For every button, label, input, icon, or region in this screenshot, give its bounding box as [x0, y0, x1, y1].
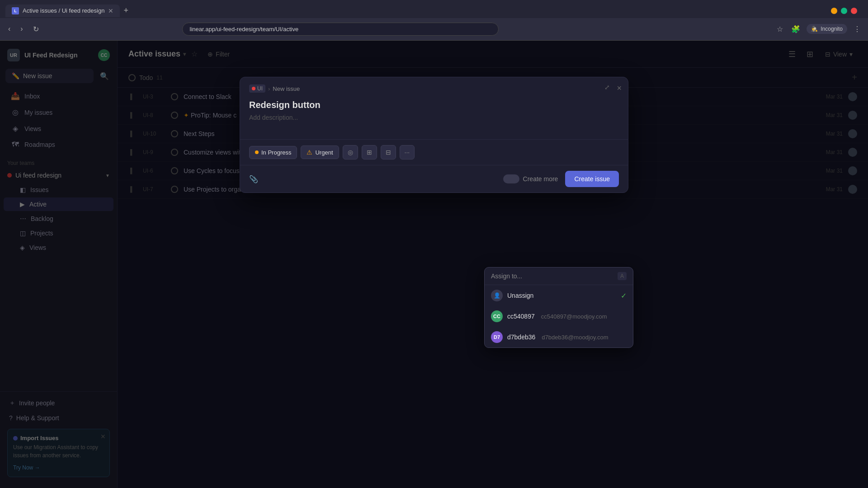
- tab-title: Active issues / Ui feed redesign: [23, 7, 104, 14]
- dropdown-unassign-item[interactable]: 👤 Unassign ✓: [485, 285, 633, 306]
- bookmark-button[interactable]: ☆: [775, 23, 785, 35]
- breadcrumb-separator: ›: [268, 85, 270, 92]
- assign-dropdown: Assign to... A 👤 Unassign ✓ CC cc540897 …: [484, 267, 633, 348]
- status-label: In Progress: [261, 149, 291, 156]
- user-email-cc: cc540897@moodjoy.com: [541, 313, 607, 320]
- dropdown-user-item-d7[interactable]: D7 d7bdeb36 d7bdeb36@moodjoy.com: [485, 327, 633, 347]
- username-cc: cc540897: [507, 313, 535, 320]
- user-avatar-d7: D7: [491, 331, 503, 343]
- tab-close-btn[interactable]: ✕: [108, 7, 113, 14]
- modal-team-dot-icon: [252, 87, 255, 90]
- create-more-label: Create more: [523, 175, 558, 183]
- cycle-button[interactable]: ◎: [343, 145, 358, 160]
- new-issue-modal: UI › New issue ⤢ × Redesign button Add d…: [240, 77, 628, 193]
- create-issue-button[interactable]: Create issue: [565, 171, 619, 187]
- user-initials: D7: [494, 334, 500, 340]
- modal-expand-button[interactable]: ⤢: [604, 84, 610, 91]
- status-badge[interactable]: In Progress: [249, 146, 297, 159]
- attach-button[interactable]: 📎: [249, 175, 258, 183]
- modal-close-button[interactable]: ×: [617, 84, 622, 93]
- modal-breadcrumb: UI › New issue: [249, 84, 300, 93]
- modal-footer: 📎 Create more Create issue: [240, 165, 628, 192]
- tab-favicon: L: [12, 7, 19, 14]
- modal-header: UI › New issue ⤢ ×: [240, 77, 628, 96]
- more-options-button[interactable]: ···: [400, 145, 415, 160]
- unassign-icon: 👤: [491, 290, 503, 301]
- modal-overlay: UI › New issue ⤢ × Redesign button Add d…: [0, 41, 868, 488]
- url-text: linear.app/ui-feed-redesign/team/UI/acti…: [190, 26, 491, 33]
- label-button[interactable]: ⊞: [362, 145, 377, 160]
- incognito-label: Incognito: [821, 26, 843, 32]
- browser-tabs: L Active issues / Ui feed redesign ✕ +: [0, 0, 868, 18]
- modal-description-field[interactable]: Add description...: [240, 112, 628, 139]
- dropdown-search-label: Assign to...: [491, 272, 522, 280]
- browser-actions: ☆ 🧩 🕵 Incognito ⋮: [775, 23, 863, 35]
- incognito-badge: 🕵 Incognito: [807, 24, 847, 34]
- modal-breadcrumb-page: New issue: [273, 85, 300, 92]
- modal-team-badge: UI: [249, 84, 265, 93]
- unassign-check-icon: ✓: [621, 291, 627, 300]
- forward-button[interactable]: ›: [18, 23, 25, 35]
- address-bar[interactable]: linear.app/ui-feed-redesign/team/UI/acti…: [182, 23, 499, 36]
- browser-toolbar: ‹ › ↻ linear.app/ui-feed-redesign/team/U…: [0, 18, 868, 40]
- priority-label: Urgent: [315, 149, 333, 156]
- reload-button[interactable]: ↻: [30, 23, 42, 35]
- back-button[interactable]: ‹: [5, 23, 13, 35]
- priority-icon: ⚠: [307, 149, 312, 156]
- create-more-switch[interactable]: [503, 174, 519, 183]
- window-close-btn[interactable]: [851, 8, 857, 14]
- create-more-toggle: Create more: [503, 174, 558, 183]
- user-initials: CC: [493, 314, 500, 319]
- browser-chrome: L Active issues / Ui feed redesign ✕ + ‹…: [0, 0, 868, 41]
- username-d7: d7bdeb36: [507, 333, 535, 341]
- user-avatar-cc: CC: [491, 310, 503, 322]
- size-button[interactable]: ⊟: [381, 145, 396, 160]
- menu-button[interactable]: ⋮: [852, 23, 863, 35]
- extensions-button[interactable]: 🧩: [789, 23, 802, 35]
- new-tab-button[interactable]: +: [120, 4, 132, 17]
- modal-team-label: UI: [257, 85, 263, 92]
- priority-badge[interactable]: ⚠ Urgent: [301, 145, 339, 159]
- window-maximize-btn[interactable]: [841, 8, 847, 14]
- window-controls: [831, 8, 863, 14]
- incognito-icon: 🕵: [811, 26, 818, 32]
- user-email-d7: d7bdeb36@moodjoy.com: [542, 334, 608, 341]
- unassign-label: Unassign: [507, 292, 533, 299]
- window-minimize-btn[interactable]: [831, 8, 837, 14]
- dropdown-shortcut-key: A: [618, 272, 627, 280]
- status-dot-icon: [255, 150, 259, 154]
- modal-actions-bar: In Progress ⚠ Urgent ◎ ⊞ ⊟ ···: [240, 139, 628, 165]
- modal-issue-title[interactable]: Redesign button: [240, 96, 628, 112]
- dropdown-header: Assign to... A: [485, 267, 633, 285]
- dropdown-user-item-cc[interactable]: CC cc540897 cc540897@moodjoy.com: [485, 306, 633, 327]
- active-tab[interactable]: L Active issues / Ui feed redesign ✕: [5, 5, 120, 17]
